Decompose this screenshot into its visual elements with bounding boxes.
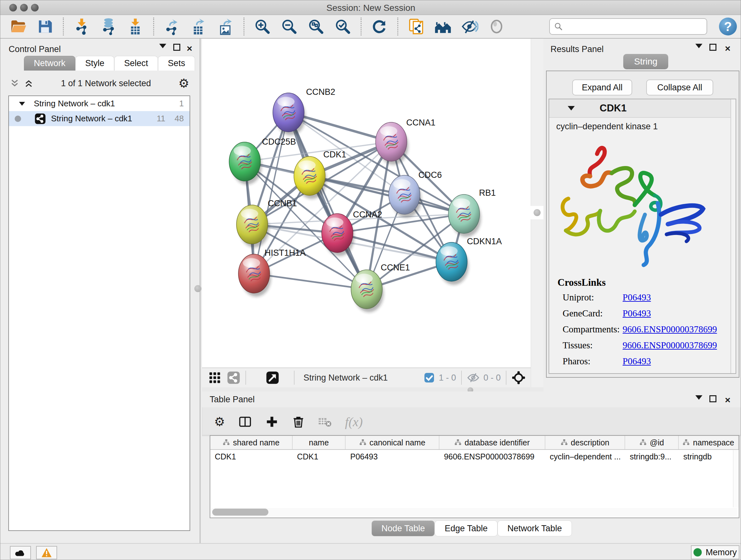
crosslink-link[interactable]: 9606.ENSP00000378699	[623, 340, 717, 351]
gene-header-row[interactable]: CDK1	[549, 99, 736, 118]
table-options-gear-icon[interactable]: ⚙	[214, 416, 225, 428]
network-options-gear-icon[interactable]: ⚙	[179, 77, 189, 89]
network-row[interactable]: String Network – cdk1 11 48	[9, 111, 190, 126]
save-session-icon[interactable]	[36, 17, 54, 36]
results-panel-collapse-icon[interactable]	[695, 44, 702, 48]
crosslink-link[interactable]: P06493	[623, 292, 651, 303]
column-header-namespace[interactable]: namespace	[679, 436, 739, 449]
left-splitter-handle[interactable]	[194, 285, 201, 292]
import-network-database-icon[interactable]	[99, 17, 118, 36]
node-table[interactable]: shared namenamecanonical namedatabase id…	[210, 435, 739, 518]
expand-all-button[interactable]: Expand All	[572, 79, 632, 96]
warnings-button[interactable]	[36, 546, 57, 559]
expand-all-networks-icon[interactable]	[24, 78, 33, 88]
toolbar-search-box[interactable]	[549, 18, 707, 35]
tab-sets[interactable]: Sets	[158, 56, 195, 71]
first-neighbors-icon[interactable]	[434, 17, 452, 36]
refresh-view-icon[interactable]	[370, 17, 388, 36]
grid-view-icon[interactable]	[208, 371, 221, 384]
crosslink-link[interactable]: P06493	[623, 308, 651, 319]
column-header--id[interactable]: @id	[625, 436, 679, 449]
zoom-out-icon[interactable]	[280, 17, 298, 36]
network-node-CDC25B[interactable]: CDC25B	[229, 137, 296, 185]
create-column-icon[interactable]	[265, 415, 279, 428]
results-panel-float-icon[interactable]	[710, 44, 717, 51]
zoom-in-icon[interactable]	[253, 17, 271, 36]
table-panel-collapse-icon[interactable]	[695, 395, 702, 400]
import-network-icon[interactable]	[73, 17, 91, 36]
control-panel-close-icon[interactable]: ×	[187, 44, 192, 53]
import-table-icon[interactable]	[126, 17, 144, 36]
crosslink-row: GeneCard:P06493	[557, 308, 717, 319]
network-collection-row[interactable]: String Network – cdk1 1	[9, 96, 190, 111]
collapse-all-networks-icon[interactable]	[10, 78, 19, 88]
network-node-CCNA1[interactable]: CCNA1	[376, 118, 435, 165]
level-of-detail-icon[interactable]	[488, 17, 506, 36]
search-input[interactable]	[563, 22, 697, 32]
network-node-CDK1[interactable]: CDK1	[294, 150, 346, 199]
tab-edge-table[interactable]: Edge Table	[434, 520, 497, 537]
network-edge-HIST1H1A-CCNE1[interactable]	[254, 273, 367, 289]
table-cell[interactable]: CDK1	[293, 450, 346, 463]
export-table-icon[interactable]	[190, 17, 208, 36]
tab-string[interactable]: String	[623, 54, 668, 69]
network-canvas[interactable]: CCNB2CCNA1CDC25BCDK1CDC6RB1CCNB1CCNA2CDK…	[202, 39, 531, 368]
column-header-database-identifier[interactable]: database identifier	[440, 436, 545, 449]
column-header-shared-name[interactable]: shared name	[210, 436, 293, 449]
export-network-icon[interactable]	[163, 17, 181, 36]
zoom-selected-icon[interactable]	[334, 17, 352, 36]
table-panel-float-icon[interactable]	[710, 395, 717, 402]
delete-column-icon[interactable]	[292, 415, 305, 428]
gene-expand-icon[interactable]	[568, 106, 575, 111]
crosslink-link[interactable]: P06493	[623, 356, 651, 367]
tab-node-table[interactable]: Node Table	[372, 520, 434, 537]
network-node-CCNB2[interactable]: CCNB2	[273, 87, 335, 135]
tab-select[interactable]: Select	[114, 56, 158, 71]
column-header-label: name	[309, 438, 329, 447]
table-cell[interactable]: CDK1	[210, 450, 293, 463]
tab-style[interactable]: Style	[75, 56, 114, 71]
control-panel-float-icon[interactable]	[173, 44, 180, 51]
column-header-name[interactable]: name	[293, 436, 346, 449]
collection-expand-icon[interactable]	[19, 102, 25, 106]
network-node-HIST1H1A[interactable]: HIST1H1A	[239, 248, 306, 297]
selected-checkbox-icon[interactable]	[424, 373, 434, 383]
network-node-RB1[interactable]: RB1	[448, 188, 496, 237]
control-panel-collapse-icon[interactable]	[159, 44, 166, 48]
column-header-canonical-name[interactable]: canonical name	[346, 436, 440, 449]
export-image-icon[interactable]	[217, 17, 234, 36]
table-vertical-scrollbar[interactable]	[733, 450, 739, 507]
results-scrollbar[interactable]	[731, 99, 736, 373]
help-icon[interactable]: ?	[719, 17, 737, 36]
table-panel-close-icon[interactable]: ×	[725, 395, 731, 405]
table-horizontal-scrollbar[interactable]	[211, 508, 738, 516]
table-row[interactable]: CDK1CDK1P064939606.ENSP00000378699cyclin…	[210, 450, 739, 463]
scrollbar-thumb[interactable]	[212, 509, 268, 516]
tab-network-table[interactable]: Network Table	[497, 520, 572, 537]
cloud-status-button[interactable]	[10, 546, 31, 559]
network-node-CDC6[interactable]: CDC6	[389, 170, 442, 218]
memory-button[interactable]: Memory	[691, 545, 739, 559]
table-cell[interactable]: stringdb	[679, 450, 739, 463]
table-cell[interactable]: cyclin–dependent ...	[545, 450, 625, 463]
clone-network-icon[interactable]	[407, 17, 425, 36]
network-node-CDKN1A[interactable]: CDKN1A	[436, 237, 502, 285]
collapse-all-button[interactable]: Collapse All	[646, 79, 713, 96]
table-cell[interactable]: 9606.ENSP00000378699	[440, 450, 545, 463]
open-session-icon[interactable]	[9, 17, 27, 36]
network-share-view-icon[interactable]	[227, 371, 240, 384]
birdseye-crosshair-icon[interactable]	[512, 371, 526, 385]
show-columns-icon[interactable]	[239, 415, 252, 428]
show-hide-graphics-icon[interactable]	[461, 17, 479, 36]
tab-network[interactable]: Network	[24, 56, 75, 71]
table-cell[interactable]: P06493	[346, 450, 440, 463]
column-namespace-icon	[223, 439, 230, 446]
column-header-description[interactable]: description	[545, 436, 625, 449]
zoom-fit-icon[interactable]	[307, 17, 325, 36]
results-panel-close-icon[interactable]: ×	[725, 44, 731, 53]
right-splitter-handle[interactable]	[531, 206, 543, 219]
network-node-CCNE1[interactable]: CCNE1	[351, 263, 410, 312]
detach-view-icon[interactable]	[266, 371, 279, 384]
table-cell[interactable]: stringdb:9...	[625, 450, 679, 463]
crosslink-link[interactable]: 9606.ENSP00000378699	[623, 324, 717, 334]
